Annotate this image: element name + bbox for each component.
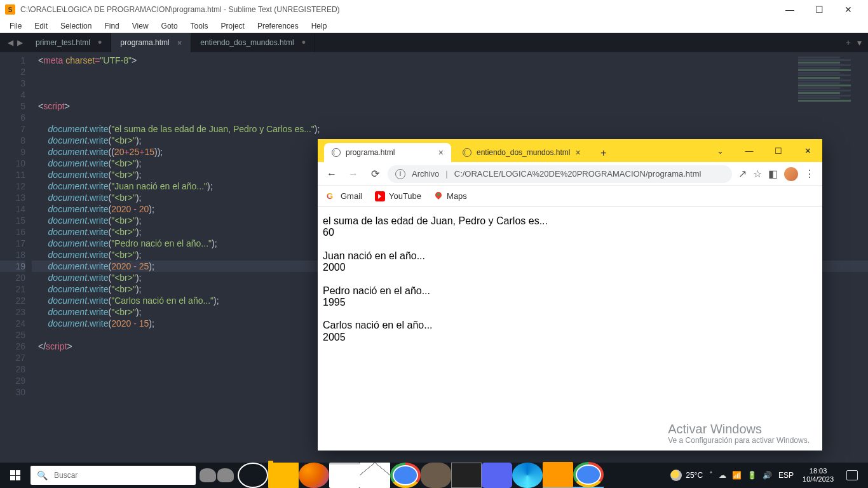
minimize-button[interactable]: — [775, 0, 804, 19]
tray-language[interactable]: ESP [778, 471, 794, 480]
page-content: el suma de las edad de Juan, Pedro y Car… [318, 207, 822, 451]
tray-clock[interactable]: 18:03 10/4/2023 [800, 467, 836, 484]
chrome-tab-entiendo[interactable]: entiendo_dos_mundos.html × [455, 143, 588, 162]
reload-button[interactable]: ⟳ [366, 165, 384, 183]
menu-tools[interactable]: Tools [185, 20, 214, 32]
sublime-titlebar: S C:\ORACLE\LOGICA DE PROGRAMACION\progr… [0, 0, 868, 19]
menu-project[interactable]: Project [215, 20, 250, 32]
output-value: 2000 [323, 262, 346, 273]
start-button[interactable] [0, 463, 31, 488]
taskbar-sublime[interactable] [543, 463, 573, 488]
bookmark-gmail[interactable]: Gmail [327, 191, 362, 201]
chrome-maximize-button[interactable]: ☐ [764, 139, 793, 162]
chrome-minimize-button[interactable]: — [735, 139, 764, 162]
close-button[interactable]: ✕ [834, 0, 863, 19]
taskbar-edge[interactable] [512, 463, 543, 488]
tray-battery-icon[interactable]: 🔋 [747, 471, 757, 480]
taskbar-store[interactable] [329, 463, 360, 488]
tab-programa[interactable]: programa.html × [111, 33, 191, 52]
taskbar-search[interactable]: 🔍 Buscar [31, 466, 196, 485]
tab-entiendo[interactable]: entiendo_dos_mundos.html • [191, 33, 315, 52]
chrome-toolbar: ← → ⟳ i Archivo | C:/ORACLE/LOGICA%20DE%… [318, 162, 822, 186]
chrome-menu-icon[interactable]: ⋮ [804, 168, 815, 180]
menu-goto[interactable]: Goto [156, 20, 184, 32]
taskbar-gimp[interactable] [421, 463, 451, 488]
bookmark-maps[interactable]: Maps [434, 191, 467, 201]
chrome-dropdown-icon[interactable]: ⌄ [705, 139, 735, 162]
tab-primer-test[interactable]: primer_test.html • [27, 33, 111, 52]
bookmarks-bar: Gmail YouTube Maps [318, 186, 822, 207]
tab-history-forward-icon[interactable]: ▶ [17, 38, 23, 47]
taskbar-calculator[interactable] [451, 463, 482, 488]
tab-label: primer_test.html [36, 38, 90, 47]
share-icon[interactable]: ↗ [738, 168, 747, 180]
gmail-icon [327, 191, 337, 201]
chrome-tab-programa[interactable]: programa.html × [324, 143, 451, 162]
tray-volume-icon[interactable]: 🔊 [763, 471, 772, 480]
chrome-new-tab-button[interactable]: + [595, 144, 613, 162]
minimap[interactable] [794, 56, 864, 132]
globe-icon [463, 148, 471, 157]
youtube-icon [375, 191, 385, 201]
mail-icon [360, 463, 390, 488]
tray-wifi-icon[interactable]: 📶 [732, 471, 742, 480]
tab-close-icon[interactable]: × [177, 38, 182, 48]
output-line: Carlos nació en el año... [323, 320, 433, 330]
globe-icon [332, 148, 341, 157]
menu-find[interactable]: Find [98, 20, 125, 32]
tray-date: 10/4/2023 [803, 475, 834, 484]
windows-logo-icon [10, 470, 20, 480]
menu-file[interactable]: File [4, 20, 27, 32]
windows-taskbar: 🔍 Buscar 25°C ˄ ☁ 📶 🔋 🔊 ESP 18:03 [0, 463, 868, 488]
profile-avatar[interactable] [784, 167, 798, 181]
tab-history-back-icon[interactable]: ◀ [8, 38, 13, 47]
folder-icon [268, 463, 299, 488]
new-tab-icon[interactable]: + [846, 37, 851, 48]
back-button[interactable]: ← [323, 165, 341, 183]
weather-widget[interactable]: 25°C [670, 470, 703, 481]
bookmark-label: Gmail [341, 191, 362, 201]
notifications-icon[interactable] [846, 470, 858, 480]
watermark-sub: Ve a Configuración para activar Windows. [668, 437, 810, 445]
bookmark-label: Maps [447, 191, 467, 201]
chrome-tab-close-icon[interactable]: × [438, 147, 444, 158]
windows-activation-watermark: Activar Windows Ve a Configuración para … [668, 422, 810, 445]
taskbar-chrome-1[interactable] [390, 463, 421, 488]
side-panel-icon[interactable]: ◧ [768, 168, 778, 180]
sublime-icon [543, 462, 573, 487]
taskbar-chrome-2[interactable] [573, 463, 604, 488]
chrome-tab-close-icon[interactable]: × [575, 147, 580, 158]
output-value: 2005 [323, 332, 346, 342]
taskbar-widget[interactable] [200, 466, 238, 485]
task-view-button[interactable] [238, 463, 268, 488]
bookmark-youtube[interactable]: YouTube [375, 191, 421, 201]
menu-help[interactable]: Help [306, 20, 333, 32]
menu-edit[interactable]: Edit [29, 20, 53, 32]
taskbar-explorer[interactable] [268, 463, 299, 488]
chrome-close-button[interactable]: ✕ [793, 139, 822, 162]
site-info-icon[interactable]: i [395, 169, 405, 179]
address-bar[interactable]: i Archivo | C:/ORACLE/LOGICA%20DE%20PROG… [388, 165, 732, 183]
taskbar-discord[interactable] [482, 463, 512, 488]
forward-button[interactable]: → [344, 165, 362, 183]
gimp-icon [421, 463, 451, 488]
system-tray: 25°C ˄ ☁ 📶 🔋 🔊 ESP 18:03 10/4/2023 [664, 463, 868, 488]
taskbar-mail[interactable] [360, 463, 390, 488]
store-icon [329, 463, 360, 488]
tray-onedrive-icon[interactable]: ☁ [719, 471, 726, 480]
discord-icon [482, 463, 512, 488]
tab-dropdown-icon[interactable]: ▾ [857, 37, 862, 48]
tray-chevron-icon[interactable]: ˄ [709, 471, 713, 480]
menu-view[interactable]: View [126, 20, 154, 32]
chrome-tabstrip: programa.html × entiendo_dos_mundos.html… [318, 139, 822, 162]
menu-selection[interactable]: Selection [55, 20, 97, 32]
menu-preferences[interactable]: Preferences [252, 20, 304, 32]
sublime-menubar: File Edit Selection Find View Goto Tools… [0, 19, 868, 33]
sublime-logo-icon: S [5, 4, 15, 15]
omnibox-scheme: Archivo [412, 169, 439, 179]
weather-temp: 25°C [686, 471, 703, 480]
chrome-window: programa.html × entiendo_dos_mundos.html… [318, 139, 822, 451]
bookmark-star-icon[interactable]: ☆ [753, 168, 762, 180]
taskbar-firefox[interactable] [299, 463, 329, 488]
maximize-button[interactable]: ☐ [804, 0, 834, 19]
